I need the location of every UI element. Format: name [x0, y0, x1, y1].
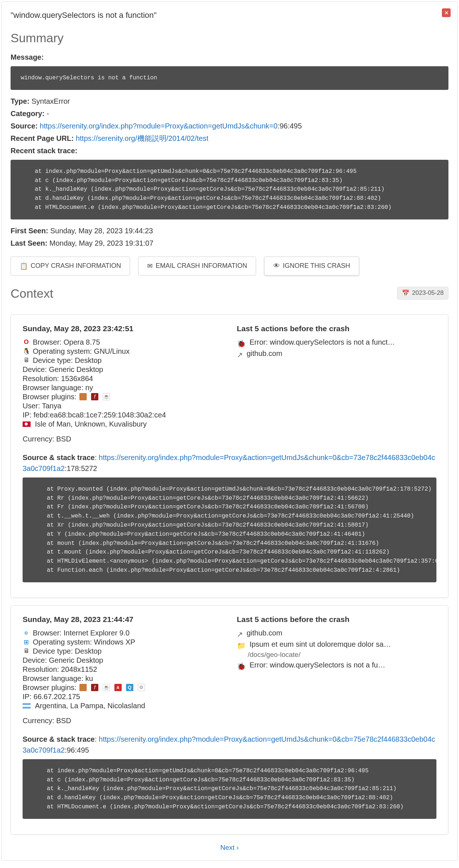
actions-heading: Last 5 actions before the crash — [237, 615, 436, 624]
crash-title: "window.querySelectors is not a function… — [11, 11, 448, 20]
crash-context-card: Sunday, May 28, 2023 21:44:47 eBrowser: … — [11, 605, 448, 835]
message-block: window.querySelectors is not a function — [11, 66, 448, 90]
external-link-icon: ↗ — [237, 350, 243, 359]
location-line: Isle of Man, Unknown, Kuvalisbury — [23, 420, 222, 428]
card-source-suffix: :178:5272 — [65, 464, 97, 472]
actions-heading: Last 5 actions before the crash — [237, 324, 436, 333]
action-item: ↗ github.com — [237, 629, 436, 639]
card-time: Sunday, May 28, 2023 23:42:51 — [23, 324, 222, 333]
category-row: Category: - — [11, 108, 448, 119]
resolution-line: Resolution: 2048x1152 — [23, 665, 222, 674]
ignore-label: IGNORE THIS CRASH — [283, 262, 350, 270]
context-heading: Context — [11, 286, 53, 301]
type-label: Type: — [11, 97, 30, 105]
external-link-icon: ↗ — [237, 630, 243, 639]
currency-line: Currency: BSD — [23, 717, 222, 725]
eye-icon: 👁 — [273, 262, 280, 270]
clipboard-icon: 📋 — [20, 262, 28, 270]
date-filter-value: 2023-05-28 — [412, 289, 444, 297]
flag-icon — [23, 703, 31, 709]
last-seen-label: Last Seen: — [11, 239, 47, 247]
folder-icon: 📁 — [237, 641, 246, 650]
type-value: SyntaxError — [31, 97, 70, 105]
action-item: 🐞 Error: window.querySelectors is not a … — [237, 661, 436, 671]
message-label: Message: — [11, 53, 44, 61]
action-item: 🐞 Error: window.querySelectors is not a … — [237, 338, 436, 348]
ignore-crash-button[interactable]: 👁 IGNORE THIS CRASH — [264, 257, 359, 276]
browser-line: OBrowser: Opera 8.75 — [23, 338, 222, 346]
quicktime-plugin-icon: Q — [126, 684, 133, 691]
recent-url-label: Recent Page URL: — [11, 134, 74, 142]
summary-heading: Summary — [11, 31, 448, 45]
ie-icon: e — [23, 629, 30, 637]
card-source-label: Source & stack trace — [23, 453, 95, 461]
category-value: - — [47, 110, 49, 118]
bug-icon: 🐞 — [237, 662, 246, 671]
device-type-line: 🖥Device type: Desktop — [23, 356, 222, 365]
close-button[interactable]: ✕ — [442, 8, 451, 17]
source-suffix: :96:495 — [278, 122, 302, 130]
os-line: ⊞Operating system: Windows XP — [23, 638, 222, 646]
action-item: 📁 Ipsum et eum sint ut doloremque dolor … — [237, 640, 436, 650]
pdf-plugin-icon: A — [114, 684, 122, 691]
card-stack-block: at Proxy.mounted (index.php?module=Proxy… — [23, 477, 436, 582]
category-label: Category: — [11, 110, 44, 118]
copy-label: COPY CRASH INFORMATION — [31, 262, 121, 270]
desktop-icon: 🖥 — [23, 357, 30, 364]
user-line: User: Tanya — [23, 402, 222, 410]
gears-plugin-icon: ⚙ — [138, 684, 145, 691]
browser-line: eBrowser: Internet Explorer 9.0 — [23, 629, 222, 637]
opera-icon: O — [23, 338, 30, 346]
crash-panel: ✕ "window.querySelectors is not a functi… — [1, 1, 458, 861]
card-source-row: Source & stack trace: https://serenity.o… — [23, 734, 436, 756]
email-label: EMAIL CRASH INFORMATION — [156, 262, 247, 270]
next-page-link[interactable]: Next › — [220, 844, 239, 851]
resolution-line: Resolution: 1536x864 — [23, 374, 222, 383]
first-seen-row: First Seen: Sunday, May 28, 2023 19:44:2… — [11, 225, 448, 236]
first-seen-label: First Seen: — [11, 227, 48, 235]
copy-crash-button[interactable]: 📋 COPY CRASH INFORMATION — [11, 257, 130, 276]
last-seen-row: Last Seen: Monday, May 29, 2023 19:31:07 — [11, 238, 448, 249]
last-seen-value: Monday, May 29, 2023 19:31:07 — [50, 239, 153, 247]
source-label: Source: — [11, 122, 38, 130]
ip-line: IP: febd:ea68:bca8:1ce7:259:1048:30a2:ce… — [23, 411, 222, 419]
java-plugin-icon: ☕ — [103, 684, 110, 691]
flag-icon — [23, 421, 31, 427]
stack-label: Recent stack trace: — [11, 147, 77, 155]
card-source-suffix: :96:495 — [65, 746, 89, 754]
java-plugin-icon: ☕ — [103, 393, 110, 400]
device-type-line: 🖥Device type: Desktop — [23, 647, 222, 655]
desktop-icon: 🖥 — [23, 647, 30, 655]
windows-icon: ⊞ — [23, 638, 30, 646]
card-time: Sunday, May 28, 2023 21:44:47 — [23, 615, 222, 624]
bug-icon: 🐞 — [237, 339, 246, 348]
lang-line: Browser language: ku — [23, 674, 222, 683]
device-model-line: Device: Generic Desktop — [23, 656, 222, 665]
type-row: Type: SyntaxError — [11, 96, 448, 107]
action-sub: /docs/geo-locate/ — [248, 651, 436, 659]
location-line: Argentina, La Pampa, Nicolasland — [23, 702, 222, 710]
linux-icon: 🐧 — [23, 348, 30, 355]
ip-line: IP: 66.67.202.175 — [23, 693, 222, 701]
card-source-row: Source & stack trace: https://serenity.o… — [23, 452, 436, 474]
os-line: 🐧Operating system: GNU/Linux — [23, 347, 222, 356]
card-source-label: Source & stack trace — [23, 735, 95, 743]
email-crash-button[interactable]: ✉ EMAIL CRASH INFORMATION — [138, 257, 256, 276]
cookie-plugin-icon — [79, 393, 87, 400]
crash-context-card: Sunday, May 28, 2023 23:42:51 OBrowser: … — [11, 314, 448, 598]
plugins-line: Browser plugins: f ☕ A Q ⚙ — [23, 683, 222, 692]
card-stack-block: at index.php?module=Proxy&action=getUmdJ… — [23, 759, 436, 819]
action-buttons: 📋 COPY CRASH INFORMATION ✉ EMAIL CRASH I… — [11, 257, 448, 276]
flash-plugin-icon: f — [91, 684, 98, 691]
recent-url-link[interactable]: https://serenity.org/機能説明/2014/02/test — [76, 134, 208, 142]
recent-url-row: Recent Page URL: https://serenity.org/機能… — [11, 133, 448, 144]
source-link[interactable]: https://serenity.org/index.php?module=Pr… — [40, 122, 278, 130]
flash-plugin-icon: f — [91, 393, 98, 400]
cookie-plugin-icon — [79, 684, 87, 691]
date-filter[interactable]: 📅 2023-05-28 — [397, 287, 448, 300]
stack-block: at index.php?module=Proxy&action=getUmdJ… — [11, 160, 448, 219]
plugins-line: Browser plugins: f ☕ — [23, 393, 222, 401]
currency-line: Currency: BSD — [23, 435, 222, 443]
close-icon: ✕ — [444, 9, 449, 16]
source-row: Source: https://serenity.org/index.php?m… — [11, 120, 448, 131]
